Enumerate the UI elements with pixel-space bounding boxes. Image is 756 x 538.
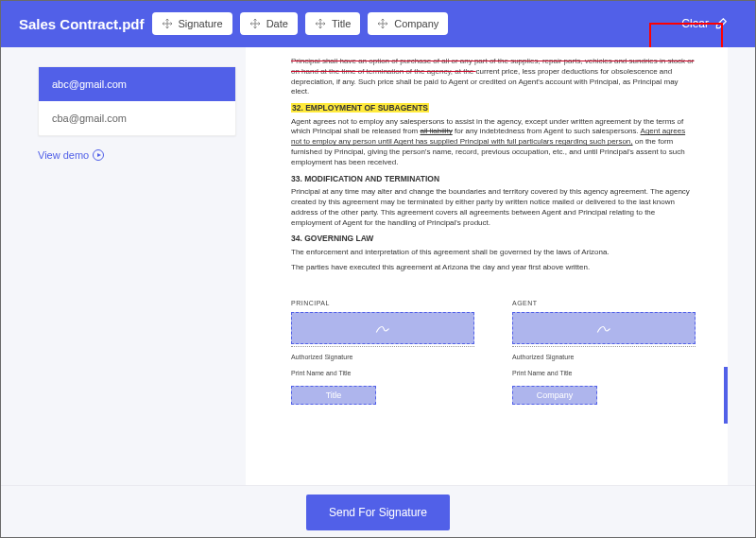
recipient-item[interactable]: cba@gmail.com — [39, 101, 235, 135]
print-name-label: Print Name and Title — [512, 369, 696, 377]
document-viewer: Principal shall have an option of purcha… — [246, 47, 728, 485]
document-text: Principal at any time may alter and chan… — [291, 187, 696, 228]
signature-icon — [374, 320, 391, 337]
send-for-signature-button[interactable]: Send For Signature — [306, 495, 450, 530]
signature-line — [512, 346, 696, 347]
principal-label: PRINCIPAL — [291, 299, 474, 307]
section-heading: 34. GOVERNING LAW — [291, 234, 696, 244]
scroll-indicator — [724, 367, 728, 424]
play-icon — [93, 149, 104, 161]
company-field[interactable]: Company — [512, 386, 597, 405]
signature-tool[interactable]: Signature — [152, 12, 232, 35]
title-field[interactable]: Title — [291, 386, 376, 405]
clear-button[interactable]: Clear — [672, 11, 737, 36]
move-icon — [249, 18, 261, 29]
signature-tool-label: Signature — [179, 18, 223, 29]
view-demo-label: View demo — [38, 149, 89, 161]
agent-label: AGENT — [512, 299, 696, 307]
print-name-label: Print Name and Title — [291, 369, 474, 377]
document-text: The enforcement and interpretation of th… — [291, 248, 696, 258]
date-tool-label: Date — [266, 18, 288, 29]
recipient-item[interactable]: abc@gmail.com — [39, 67, 235, 101]
document-text: The parties have executed this agreement… — [291, 263, 696, 273]
company-tool-label: Company — [394, 18, 438, 29]
view-demo-link[interactable]: View demo — [38, 149, 236, 161]
clear-label: Clear — [681, 17, 709, 30]
auth-signature-label: Authorized Signature — [512, 353, 696, 361]
title-tool[interactable]: Title — [305, 12, 360, 35]
date-tool[interactable]: Date — [240, 12, 298, 35]
signature-line — [291, 346, 474, 347]
auth-signature-label: Authorized Signature — [291, 353, 474, 361]
document-text: Agent agrees not to employ any salespers… — [291, 117, 696, 168]
section-heading: 32. EMPLOYMENT OF SUBAGENTS — [291, 103, 696, 113]
eraser-icon — [714, 17, 728, 30]
document-text: Principal shall have an option of purcha… — [291, 57, 696, 97]
recipient-list: abc@gmail.com cba@gmail.com — [38, 66, 236, 136]
move-icon — [162, 18, 173, 29]
move-icon — [315, 18, 326, 29]
section-heading: 33. MODIFICATION AND TERMINATION — [291, 174, 696, 184]
agent-signature-field[interactable] — [512, 312, 696, 344]
document-title: Sales Contract.pdf — [19, 16, 145, 32]
company-tool[interactable]: Company — [368, 12, 448, 35]
title-tool-label: Title — [332, 18, 351, 29]
signature-icon — [595, 320, 612, 337]
move-icon — [377, 18, 388, 29]
principal-signature-field[interactable] — [291, 312, 474, 344]
